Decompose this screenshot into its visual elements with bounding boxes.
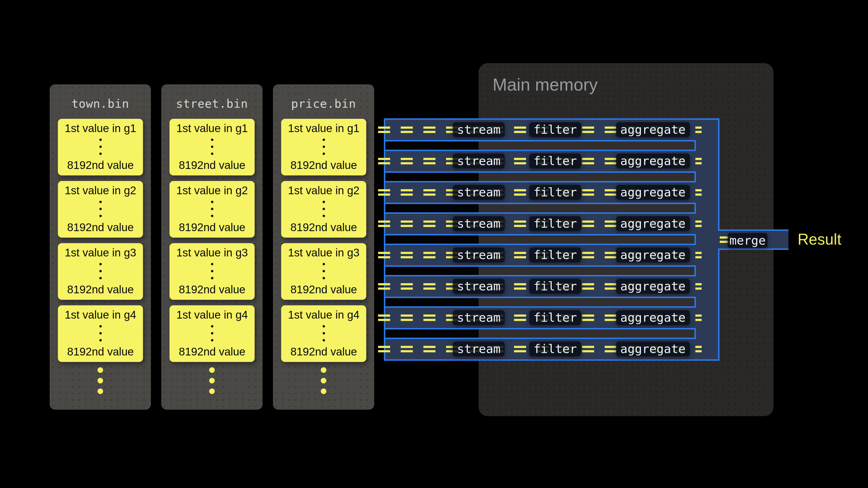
block-last-value-label: 8192nd value bbox=[179, 345, 245, 358]
more-groups-ellipsis-icon bbox=[98, 367, 103, 394]
filter-stage-box: filter bbox=[529, 185, 581, 200]
block-last-value-label: 8192nd value bbox=[67, 221, 133, 234]
value-group-block: 1st value in g4 8192nd value bbox=[281, 305, 366, 362]
block-last-value-label: 8192nd value bbox=[67, 345, 133, 358]
row-gap-cutout bbox=[385, 171, 696, 183]
block-last-value-label: 8192nd value bbox=[290, 345, 357, 358]
stream-stage-box: stream bbox=[453, 185, 505, 200]
value-group-block: 1st value in g1 8192nd value bbox=[169, 119, 255, 175]
filter-stage-box: filter bbox=[529, 154, 581, 168]
aggregate-stage-box: aggregate bbox=[616, 122, 690, 137]
vertical-ellipsis-icon bbox=[211, 263, 213, 279]
row-gap-cutout bbox=[385, 140, 696, 151]
filter-stage-box: filter bbox=[529, 279, 581, 294]
pipeline-row: stream filter aggregate bbox=[385, 245, 718, 265]
value-group-block: 1st value in g2 8192nd value bbox=[169, 181, 255, 238]
vertical-ellipsis-icon bbox=[322, 325, 325, 341]
merge-lane: merge bbox=[718, 229, 788, 250]
file-column-title: street.bin bbox=[161, 84, 262, 110]
stream-stage-box: stream bbox=[453, 122, 505, 137]
row-gap-cutout bbox=[385, 328, 696, 339]
vertical-ellipsis-icon bbox=[211, 325, 213, 341]
block-last-value-label: 8192nd value bbox=[179, 159, 245, 171]
file-column: price.bin 1st value in g1 8192nd value 1… bbox=[273, 84, 374, 410]
vertical-ellipsis-icon bbox=[322, 138, 325, 155]
stream-stage-box: stream bbox=[453, 154, 505, 168]
block-last-value-label: 8192nd value bbox=[67, 283, 133, 296]
row-gap-cutout bbox=[385, 234, 696, 245]
value-group-block: 1st value in g2 8192nd value bbox=[58, 181, 143, 238]
block-last-value-label: 8192nd value bbox=[290, 159, 357, 171]
filter-stage-box: filter bbox=[529, 341, 581, 356]
stream-stage-box: stream bbox=[453, 248, 505, 262]
stream-stage-box: stream bbox=[453, 279, 505, 294]
value-group-block: 1st value in g1 8192nd value bbox=[58, 119, 143, 175]
value-group-block: 1st value in g3 8192nd value bbox=[169, 243, 255, 300]
vertical-ellipsis-icon bbox=[211, 201, 213, 217]
file-column: street.bin 1st value in g1 8192nd value … bbox=[161, 84, 262, 410]
filter-stage-box: filter bbox=[529, 310, 581, 325]
value-group-block: 1st value in g3 8192nd value bbox=[58, 243, 143, 300]
block-first-value-label: 1st value in g3 bbox=[288, 246, 360, 259]
aggregate-stage-box: aggregate bbox=[616, 310, 690, 325]
more-groups-ellipsis-icon bbox=[321, 367, 327, 394]
aggregate-stage-box: aggregate bbox=[616, 154, 690, 168]
stream-stage-box: stream bbox=[453, 310, 505, 325]
pipeline-row: stream filter aggregate bbox=[385, 214, 718, 234]
block-first-value-label: 1st value in g2 bbox=[65, 184, 136, 197]
vertical-ellipsis-icon bbox=[322, 201, 325, 217]
pipeline-row: stream filter aggregate bbox=[385, 276, 718, 297]
value-group-block: 1st value in g3 8192nd value bbox=[281, 243, 366, 300]
block-first-value-label: 1st value in g4 bbox=[288, 308, 360, 321]
vertical-ellipsis-icon bbox=[99, 201, 102, 217]
block-first-value-label: 1st value in g3 bbox=[65, 246, 136, 259]
aggregate-stage-box: aggregate bbox=[616, 279, 690, 294]
row-gap-cutout bbox=[385, 203, 696, 214]
value-group-block: 1st value in g4 8192nd value bbox=[58, 305, 143, 362]
file-column-title: price.bin bbox=[273, 84, 374, 110]
vertical-ellipsis-icon bbox=[99, 138, 102, 155]
block-last-value-label: 8192nd value bbox=[290, 283, 357, 296]
block-first-value-label: 1st value in g3 bbox=[176, 246, 248, 259]
vertical-ellipsis-icon bbox=[99, 325, 102, 341]
filter-stage-box: filter bbox=[529, 122, 581, 137]
value-group-block: 1st value in g4 8192nd value bbox=[169, 305, 255, 362]
block-first-value-label: 1st value in g4 bbox=[176, 308, 248, 321]
result-label: Result bbox=[798, 230, 841, 248]
aggregate-stage-box: aggregate bbox=[616, 216, 690, 231]
file-column-title: town.bin bbox=[50, 84, 151, 110]
merge-stage-box: merge bbox=[728, 233, 768, 248]
pipeline-row: stream filter aggregate bbox=[385, 120, 718, 140]
block-first-value-label: 1st value in g2 bbox=[288, 184, 360, 197]
stream-stage-box: stream bbox=[453, 341, 505, 356]
block-last-value-label: 8192nd value bbox=[290, 221, 357, 234]
row-gap-cutout bbox=[385, 297, 696, 308]
block-first-value-label: 1st value in g4 bbox=[65, 308, 136, 321]
aggregate-stage-box: aggregate bbox=[616, 185, 690, 200]
pipeline-row: stream filter aggregate bbox=[385, 151, 718, 171]
vertical-ellipsis-icon bbox=[211, 138, 213, 155]
filter-stage-box: filter bbox=[529, 216, 581, 231]
block-last-value-label: 8192nd value bbox=[179, 221, 245, 234]
file-columns: town.bin 1st value in g1 8192nd value 1s… bbox=[50, 84, 374, 410]
main-memory-title: Main memory bbox=[493, 75, 598, 94]
aggregate-stage-box: aggregate bbox=[616, 341, 690, 356]
value-group-block: 1st value in g1 8192nd value bbox=[281, 119, 366, 175]
more-groups-ellipsis-icon bbox=[209, 367, 215, 394]
block-first-value-label: 1st value in g1 bbox=[65, 122, 136, 135]
pipeline-container: stream filter aggregate stream filter ag… bbox=[384, 118, 719, 361]
block-last-value-label: 8192nd value bbox=[67, 159, 133, 171]
pipeline-row: stream filter aggregate bbox=[385, 339, 718, 359]
stream-stage-box: stream bbox=[453, 216, 505, 231]
row-gap-cutout bbox=[385, 265, 696, 276]
block-first-value-label: 1st value in g1 bbox=[176, 122, 248, 135]
vertical-ellipsis-icon bbox=[322, 263, 325, 279]
aggregate-stage-box: aggregate bbox=[616, 248, 690, 262]
pipeline-row: stream filter aggregate bbox=[385, 308, 718, 328]
block-last-value-label: 8192nd value bbox=[179, 283, 245, 296]
block-first-value-label: 1st value in g2 bbox=[176, 184, 248, 197]
filter-stage-box: filter bbox=[529, 248, 581, 262]
file-column: town.bin 1st value in g1 8192nd value 1s… bbox=[50, 84, 151, 410]
pipeline-row: stream filter aggregate bbox=[385, 183, 718, 203]
value-group-block: 1st value in g2 8192nd value bbox=[281, 181, 366, 238]
